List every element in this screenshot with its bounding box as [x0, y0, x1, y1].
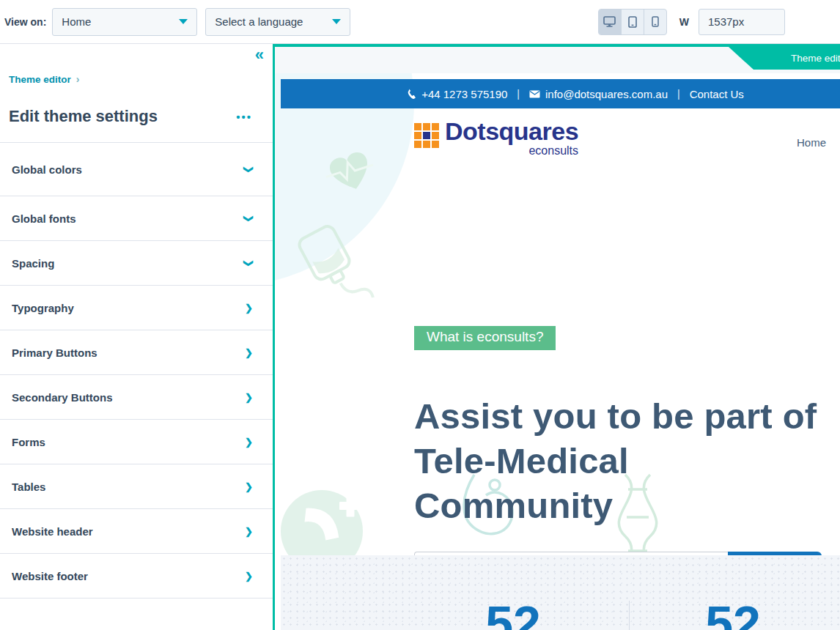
chevron-right-icon: ❯	[245, 571, 253, 582]
collapse-sidebar-icon[interactable]: «	[255, 45, 264, 64]
sidebar-item-global-colors[interactable]: Global colors ❯	[0, 143, 273, 196]
chevron-down-icon: ❯	[243, 215, 254, 223]
chevron-right-icon: ❯	[245, 392, 253, 403]
editor-toolbar: View on: Home Select a language	[0, 0, 840, 44]
device-toggle-group	[598, 9, 667, 35]
page-select-value: Home	[62, 15, 91, 28]
stat-divider	[629, 601, 630, 630]
sidebar-item-label: Tables	[12, 481, 45, 493]
mobile-view-button[interactable]	[644, 10, 666, 34]
sidebar-item-label: Website header	[12, 525, 93, 538]
language-select[interactable]: Select a language	[205, 8, 350, 36]
sidebar-item-global-fonts[interactable]: Global fonts ❯	[0, 196, 273, 241]
theme-editor-tab[interactable]: Theme editor	[729, 47, 840, 70]
tablet-view-button[interactable]	[622, 10, 644, 34]
page-select[interactable]: Home	[52, 8, 197, 36]
sidebar-item-label: Typography	[12, 302, 74, 314]
chevron-down-icon	[179, 19, 188, 24]
more-options-icon[interactable]: •••	[236, 111, 252, 123]
width-label: W	[679, 16, 689, 28]
contact-us-link[interactable]: Contact Us	[690, 88, 744, 100]
breadcrumb-label: Theme editor	[9, 74, 71, 85]
separator: |	[517, 88, 520, 100]
logo-name: Dotsquares	[445, 119, 578, 144]
stat-value: 52	[705, 595, 761, 630]
chevron-right-icon: ❯	[245, 526, 253, 537]
dotsquares-grid-icon	[414, 123, 439, 148]
sidebar-item-forms[interactable]: Forms ❯	[0, 420, 273, 464]
stat-value: 52	[485, 595, 541, 630]
sidebar-item-label: Secondary Buttons	[12, 391, 113, 404]
desktop-icon	[603, 16, 616, 27]
hero-badge: What is econsults?	[414, 326, 556, 350]
hero-heading: Assist you to be part of Tele-Medical Co…	[414, 394, 832, 528]
sidebar-item-website-footer[interactable]: Website footer ❯	[0, 554, 273, 598]
sidebar-item-label: Global fonts	[12, 212, 76, 225]
mail-icon	[529, 90, 540, 98]
sidebar-item-label: Website footer	[12, 570, 88, 582]
phone-icon	[406, 89, 416, 99]
sidebar-item-label: Primary Buttons	[12, 346, 97, 359]
logo-subtitle: econsults	[528, 145, 578, 157]
site-header: Dotsquares econsults Home	[414, 119, 826, 174]
stats-section: 52 52	[281, 555, 840, 630]
chevron-right-icon: ❯	[245, 481, 253, 492]
breadcrumb[interactable]: Theme editor ›	[9, 73, 273, 85]
email-link[interactable]: info@dotsquares.com.au	[529, 88, 668, 100]
chevron-right-icon: ›	[76, 73, 80, 85]
separator: |	[677, 88, 680, 100]
sidebar-item-spacing[interactable]: Spacing ❯	[0, 241, 273, 286]
chevron-down-icon	[332, 19, 341, 24]
site-topbar: +44 1273 575190 | info@dotsquares.com.au…	[281, 79, 840, 108]
sidebar-item-secondary-buttons[interactable]: Secondary Buttons ❯	[0, 375, 273, 420]
sidebar-item-label: Global colors	[12, 163, 82, 176]
sidebar-item-label: Spacing	[12, 257, 54, 270]
mobile-icon	[652, 16, 659, 27]
nav-item-home[interactable]: Home	[797, 136, 826, 149]
tablet-icon	[628, 16, 637, 28]
phone-link[interactable]: +44 1273 575190	[406, 88, 507, 100]
theme-preview-pane: Theme editor	[273, 44, 840, 630]
language-select-value: Select a language	[215, 15, 303, 28]
sidebar-item-website-header[interactable]: Website header ❯	[0, 509, 273, 554]
website-preview: +44 1273 575190 | info@dotsquares.com.au…	[275, 73, 840, 630]
phone-number: +44 1273 575190	[421, 88, 507, 100]
viewport-width-input[interactable]	[699, 9, 785, 35]
sidebar-item-primary-buttons[interactable]: Primary Buttons ❯	[0, 330, 273, 375]
chevron-right-icon: ❯	[245, 347, 253, 358]
chevron-down-icon: ❯	[243, 166, 254, 174]
sidebar-item-tables[interactable]: Tables ❯	[0, 464, 273, 509]
desktop-view-button[interactable]	[599, 10, 622, 34]
email-address: info@dotsquares.com.au	[545, 88, 668, 100]
site-logo[interactable]: Dotsquares econsults	[414, 119, 578, 157]
page-title: Edit theme settings	[9, 107, 158, 126]
chevron-down-icon: ❯	[243, 259, 254, 267]
chevron-right-icon: ❯	[245, 437, 253, 448]
theme-settings-sidebar: « Theme editor › Edit theme settings •••…	[0, 44, 273, 630]
sidebar-item-typography[interactable]: Typography ❯	[0, 286, 273, 330]
chevron-right-icon: ❯	[245, 303, 253, 314]
sidebar-item-label: Forms	[12, 436, 45, 448]
view-on-label: View on:	[4, 16, 46, 28]
